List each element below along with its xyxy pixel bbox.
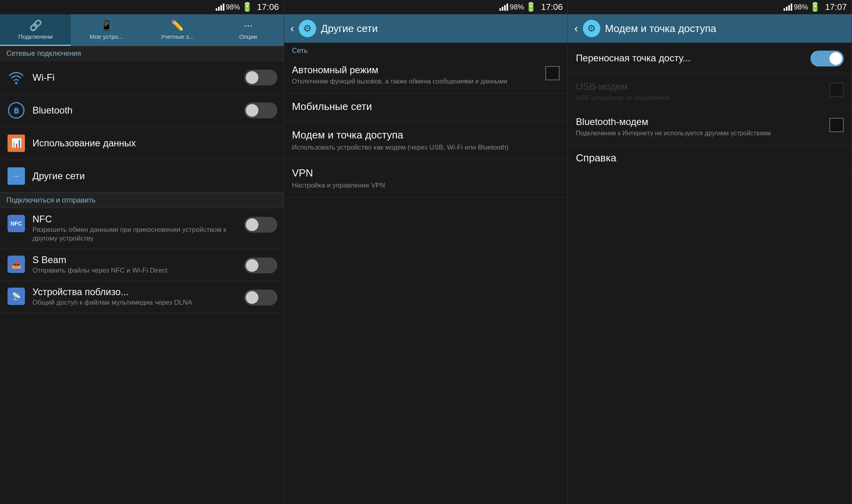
status-bar-1: 98% 🔋 17:06 — [0, 0, 284, 14]
panel-modem-hotspot: 98% 🔋 17:07 ‹ ⚙ Модем и точка доступа Пе… — [568, 0, 852, 504]
data-usage-title: Использование данных — [32, 138, 277, 149]
data-chart-icon: 📊 — [8, 135, 25, 152]
setting-row-other-networks[interactable]: ··· Другие сети — [0, 160, 284, 193]
status-icons-1: 98% 🔋 17:06 — [216, 2, 279, 12]
page-title-3: Модем и точка доступа — [605, 23, 716, 35]
status-icons-3: 98% 🔋 17:07 — [784, 2, 847, 12]
list-item-vpn[interactable]: VPN Настройка и управление VPN — [284, 160, 568, 198]
tab-accounts[interactable]: ✏️ Учетные з... — [142, 14, 213, 46]
sbeam-text: S Beam Отправить файлы через NFC и Wi-Fi… — [32, 254, 244, 275]
usb-modem-title: USB-модем — [576, 81, 825, 92]
row-usb-modem[interactable]: USB-модем USB-устройство не подключено — [568, 74, 852, 110]
tab-options[interactable]: ··· Опции — [213, 14, 284, 46]
signal-icon-3 — [784, 4, 792, 11]
vpn-subtitle: Настройка и управление VPN — [292, 181, 560, 190]
setting-row-wifi[interactable]: Wi-Fi — [0, 61, 284, 94]
list-item-autonomous[interactable]: Автономный режим Отключение функций вызо… — [284, 57, 568, 93]
status-bar-3: 98% 🔋 17:07 — [568, 0, 852, 14]
bluetooth-modem-text: Bluetooth-модем Подключение к Интернету … — [576, 116, 825, 138]
panel-connections: 98% 🔋 17:06 🔗 Подключени 📱 Мое устро... … — [0, 0, 284, 504]
other-networks-text: Другие сети — [32, 171, 277, 182]
row-bluetooth-modem[interactable]: Bluetooth-модем Подключение к Интернету … — [568, 110, 852, 144]
nfc-icon: NFC — [6, 214, 26, 233]
gear-icon-2: ⚙ — [299, 20, 316, 37]
usb-modem-checkbox[interactable] — [829, 83, 844, 97]
portable-hotspot-toggle[interactable] — [810, 51, 844, 66]
nfc-text: NFC Разрешить обмен данными при прикосно… — [32, 214, 244, 243]
other-networks-title: Другие сети — [32, 171, 277, 182]
other-networks-symbol: ··· — [8, 167, 25, 185]
wifi-toggle-knob — [246, 71, 258, 84]
portable-hotspot-title: Переносная точка досту... — [576, 53, 806, 64]
nearby-devices-subtitle: Общий доступ к файлам мультимедиа через … — [32, 298, 244, 307]
sbeam-toggle[interactable] — [244, 258, 277, 273]
tab-options-label: Опции — [239, 33, 257, 40]
bluetooth-symbol: ʙ — [8, 102, 25, 119]
help-title: Справка — [576, 152, 844, 164]
status-icons-2: 98% 🔋 17:06 — [499, 2, 563, 12]
signal-icon-2 — [499, 4, 508, 11]
tab-accounts-label: Учетные з... — [161, 33, 194, 40]
tab-bar: 🔗 Подключени 📱 Мое устро... ✏️ Учетные з… — [0, 14, 284, 46]
back-button-2[interactable]: ‹ — [290, 22, 294, 35]
data-usage-text: Использование данных — [32, 138, 277, 149]
nfc-toggle[interactable] — [244, 217, 277, 233]
nearby-devices-title: Устройства поблизо... — [32, 286, 244, 297]
bluetooth-icon: ʙ — [6, 100, 26, 120]
nearby-devices-toggle-knob — [246, 291, 258, 304]
setting-row-sbeam[interactable]: 📤 S Beam Отправить файлы через NFC и Wi-… — [0, 249, 284, 281]
battery-percent: 98% — [226, 3, 240, 11]
autonomous-title: Автономный режим — [292, 64, 542, 76]
list-item-modem-hotspot[interactable]: Модем и точка доступа Использовать устро… — [284, 122, 568, 160]
connections-icon: 🔗 — [29, 19, 42, 32]
bluetooth-toggle-knob — [246, 104, 258, 117]
sbeam-symbol: 📤 — [8, 256, 25, 273]
wifi-text: Wi-Fi — [32, 72, 244, 83]
tab-connections[interactable]: 🔗 Подключени — [0, 14, 71, 46]
sbeam-icon: 📤 — [6, 254, 26, 274]
section-label-2: Сеть — [284, 43, 568, 57]
usb-modem-subtitle: USB-устройство не подключено — [576, 94, 825, 102]
bluetooth-modem-subtitle: Подключение к Интернету не используется … — [576, 129, 825, 138]
nfc-toggle-knob — [246, 218, 258, 231]
nearby-devices-text: Устройства поблизо... Общий доступ к фай… — [32, 286, 244, 307]
battery-icon: 🔋 — [242, 2, 252, 12]
battery-icon-2: 🔋 — [526, 2, 536, 12]
row-portable-hotspot[interactable]: Переносная точка досту... — [568, 43, 852, 74]
my-device-icon: 📱 — [100, 19, 113, 32]
section-header-network: Сетевые подключения — [0, 46, 284, 61]
nearby-devices-symbol: 📡 — [8, 288, 25, 305]
page-title-2: Другие сети — [321, 23, 378, 35]
panel-other-networks: 98% 🔋 17:06 ‹ ⚙ Другие сети Сеть Автоном… — [284, 0, 568, 504]
wifi-toggle[interactable] — [244, 70, 277, 85]
mobile-networks-title: Мобильные сети — [292, 100, 560, 113]
setting-row-data-usage[interactable]: 📊 Использование данных — [0, 127, 284, 160]
nfc-title: NFC — [32, 214, 244, 225]
nearby-devices-icon: 📡 — [6, 286, 26, 306]
nfc-symbol: NFC — [8, 215, 25, 232]
status-bar-2: 98% 🔋 17:06 — [284, 0, 568, 14]
other-networks-icon: ··· — [6, 166, 26, 186]
setting-row-nfc[interactable]: NFC NFC Разрешить обмен данными при прик… — [0, 208, 284, 249]
sbeam-title: S Beam — [32, 254, 244, 265]
autonomous-text: Автономный режим Отключение функций вызо… — [292, 64, 542, 86]
nearby-devices-toggle[interactable] — [244, 290, 277, 305]
autonomous-checkbox[interactable] — [545, 66, 560, 80]
section-header-connect: Подключиться и отправить — [0, 193, 284, 208]
signal-icon — [216, 4, 224, 11]
portable-hotspot-text: Переносная точка досту... — [576, 53, 806, 64]
bluetooth-modem-checkbox[interactable] — [829, 118, 844, 132]
list-item-mobile-networks[interactable]: Мобильные сети — [284, 93, 568, 122]
back-button-3[interactable]: ‹ — [574, 22, 578, 35]
bluetooth-toggle[interactable] — [244, 102, 277, 118]
accounts-icon: ✏️ — [171, 19, 184, 32]
tab-my-device-label: Мое устро... — [90, 33, 123, 40]
tab-my-device[interactable]: 📱 Мое устро... — [71, 14, 142, 46]
setting-row-bluetooth[interactable]: ʙ Bluetooth — [0, 94, 284, 127]
setting-row-nearby-devices[interactable]: 📡 Устройства поблизо... Общий доступ к ф… — [0, 281, 284, 313]
time-display-1: 17:06 — [257, 2, 279, 12]
bluetooth-title: Bluetooth — [32, 105, 244, 116]
list-item-help[interactable]: Справка — [568, 145, 852, 173]
data-usage-icon: 📊 — [6, 133, 26, 153]
back-header-3: ‹ ⚙ Модем и точка доступа — [568, 14, 852, 43]
